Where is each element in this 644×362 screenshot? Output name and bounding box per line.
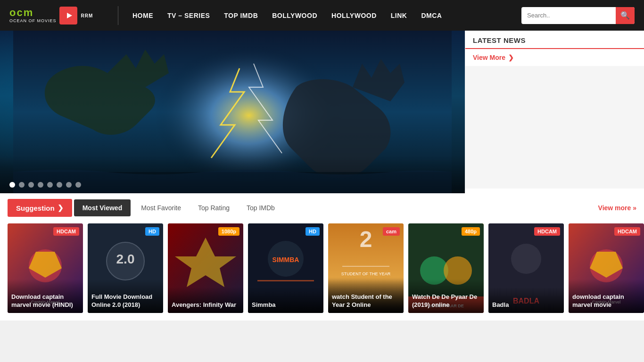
tabs-row: Suggestion ❯ Most Viewed Most Favorite T… [0, 199, 644, 217]
nav-link[interactable]: LINK [391, 12, 407, 19]
suggestion-section: Suggestion ❯ Most Viewed Most Favorite T… [0, 193, 644, 321]
main-nav: HOME TV – SERIES TOP IMDB BOLLYWOOD HOLL… [132, 12, 512, 19]
svg-text:SIMMBA: SIMMBA [272, 256, 299, 263]
hero-overlay [0, 156, 465, 193]
view-more-right[interactable]: View more » [598, 204, 636, 212]
dot-1[interactable] [9, 182, 15, 188]
movie-card[interactable]: 1080p Avengers: Infinity War [168, 223, 243, 313]
suggestion-arrow: ❯ [58, 204, 64, 212]
dot-3[interactable] [28, 182, 34, 188]
dot-6[interactable] [57, 182, 62, 188]
movie-title: download captain marvel movie [569, 279, 644, 313]
movie-badge: HD [145, 227, 159, 236]
suggestion-label: Suggestion [16, 204, 55, 212]
svg-text:2: 2 [360, 227, 372, 252]
movie-badge: 1080p [218, 227, 239, 236]
slider-dots [9, 182, 81, 188]
sidebar-advertisement [465, 66, 644, 189]
movie-title: Simmba [248, 287, 323, 313]
svg-rect-19 [342, 266, 389, 267]
svg-text:2.0: 2.0 [116, 252, 135, 266]
movie-card[interactable]: 2 STUDENT OF THE YEAR cam watch Student … [328, 223, 404, 313]
nav-hollywood[interactable]: HOLLYWOOD [331, 12, 377, 19]
nav-bollywood[interactable]: BOLLYWOOD [272, 12, 317, 19]
movie-card[interactable]: Captain Marvel HDCAM download captain ma… [569, 223, 644, 313]
sidebar-view-more[interactable]: View More ❯ [465, 49, 644, 66]
view-more-label: View More [473, 54, 505, 61]
nav-home[interactable]: HOME [132, 12, 153, 19]
search-bar: 🔍 [521, 7, 635, 24]
search-input[interactable] [521, 12, 616, 19]
movie-badge: HDCAM [614, 227, 640, 236]
nav-dmca[interactable]: DMCA [421, 12, 442, 19]
tab-most-favorite[interactable]: Most Favorite [132, 199, 190, 216]
tab-top-imdb[interactable]: Top IMDb [238, 199, 283, 216]
svg-marker-0 [67, 13, 72, 18]
movie-badge: HD [305, 227, 320, 236]
movie-title: Badla [488, 287, 564, 313]
movie-badge: HDCAM [53, 227, 79, 236]
svg-rect-16 [257, 280, 314, 281]
logo-icon [59, 7, 77, 25]
tab-top-rating[interactable]: Top Rating [190, 199, 238, 216]
movie-card[interactable]: Captain Marvel HDCAM Download captain ma… [8, 223, 83, 313]
dot-8[interactable] [75, 182, 81, 188]
view-more-arrow: ❯ [508, 54, 514, 61]
svg-text:STUDENT OF THE YEAR: STUDENT OF THE YEAR [341, 272, 391, 276]
movie-title: Full Movie Download Online 2.0 (2018) [88, 279, 163, 313]
svg-point-27 [511, 244, 541, 274]
movies-row: Captain Marvel HDCAM Download captain ma… [0, 223, 644, 321]
movie-title: Watch De De Pyaar De (2019) online [408, 279, 484, 313]
movie-badge: 480p [462, 227, 480, 236]
search-button[interactable]: 🔍 [616, 7, 635, 24]
tab-most-viewed[interactable]: Most Viewed [74, 199, 131, 216]
logo-sub-text: OCEAN OF MOVIES [9, 19, 57, 24]
movie-title: watch Student of the Year 2 Online [328, 279, 404, 313]
latest-news-header: LATEST NEWS [465, 31, 644, 49]
movie-title: Avengers: Infinity War [168, 287, 243, 313]
logo-rrm-text: RRM [81, 13, 93, 18]
movie-card[interactable]: SIMMBA HD Simmba [248, 223, 323, 313]
header-divider [118, 6, 118, 25]
dot-2[interactable] [19, 182, 25, 188]
movie-card[interactable]: DE DE PYAAR DE 480p Watch De De Pyaar De… [408, 223, 484, 313]
logo-area: ocm OCEAN OF MOVIES RRM [9, 7, 104, 25]
sidebar: LATEST NEWS View More ❯ [465, 31, 644, 193]
movie-card[interactable]: 2.0 HD Full Movie Download Online 2.0 (2… [88, 223, 163, 313]
nav-tv-series[interactable]: TV – SERIES [167, 12, 210, 19]
logo-ocm-text: ocm [9, 7, 57, 18]
movie-title: Download captain marvel movie (HINDI) [8, 279, 83, 313]
dot-4[interactable] [38, 182, 43, 188]
movie-card[interactable]: BADLA HDCAM Badla [488, 223, 564, 313]
tab-suggestion[interactable]: Suggestion ❯ [8, 199, 72, 217]
nav-top-imdb[interactable]: TOP IMDB [224, 12, 258, 19]
hero-slider [0, 31, 465, 193]
latest-news-title: LATEST NEWS [473, 36, 526, 44]
dot-5[interactable] [47, 182, 53, 188]
movie-badge: cam [383, 227, 400, 236]
dot-7[interactable] [66, 182, 72, 188]
movie-badge: HDCAM [534, 227, 560, 236]
